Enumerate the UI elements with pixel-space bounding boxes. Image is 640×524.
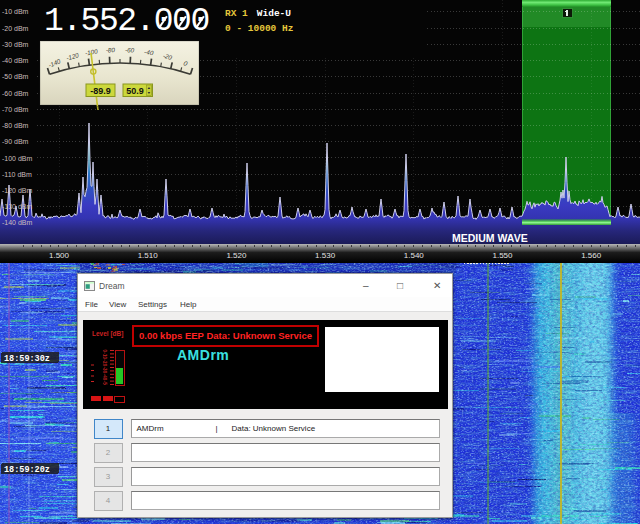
svg-text:1.560: 1.560 [581,251,602,260]
svg-text:-60: -60 [125,46,135,54]
svg-text:1.510: 1.510 [138,251,159,260]
svg-text:1.540: 1.540 [404,251,425,260]
svg-text:-110 dBm: -110 dBm [2,171,32,178]
svg-text:-130 dBm: -130 dBm [2,203,33,210]
svg-text:-120 dBm: -120 dBm [2,187,33,194]
svg-text:18:59:30z: 18:59:30z [4,354,50,364]
svg-text:MEDIUM WAVE: MEDIUM WAVE [452,232,528,244]
svg-text:18:59:20z: 18:59:20z [4,465,50,475]
svg-text:0-10-20-30-40-5: 0-10-20-30-40-5 [102,350,107,386]
svg-text:-89.9: -89.9 [90,86,111,96]
svg-text:1.520: 1.520 [226,251,247,260]
svg-text:-140 dBm: -140 dBm [2,219,33,226]
svg-text:1.530: 1.530 [315,251,336,260]
svg-text:1.550: 1.550 [492,251,513,260]
svg-text:-90 dBm: -90 dBm [2,138,29,145]
svg-text:50.9: 50.9 [126,86,144,96]
svg-text:1.500: 1.500 [49,251,70,260]
svg-text:-100 dBm: -100 dBm [2,155,33,162]
svg-text:-80: -80 [106,46,116,54]
